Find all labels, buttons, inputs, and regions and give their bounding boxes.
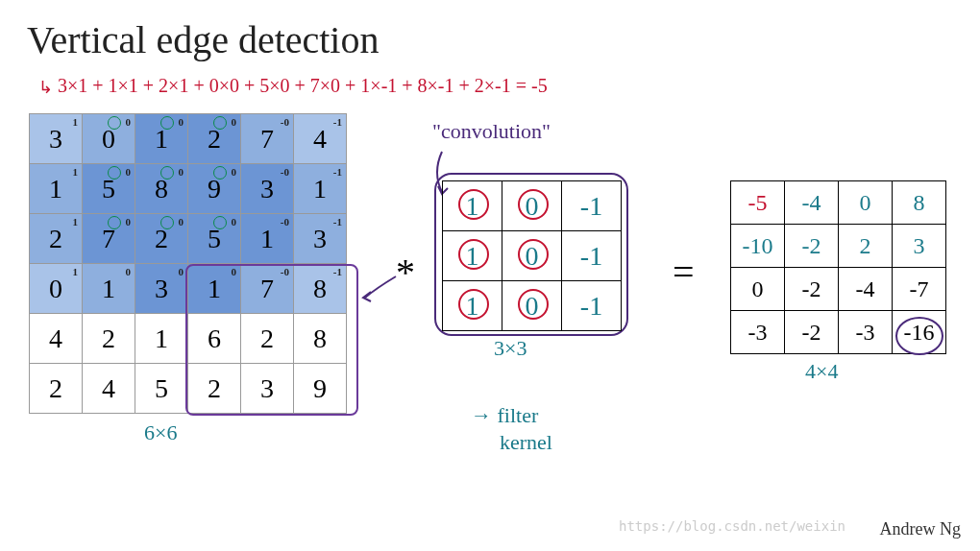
filter-matrix: 1 0 -1 1 0 -1 1 0 -1 bbox=[442, 180, 622, 331]
filter-size-label: 3×3 bbox=[494, 336, 527, 361]
convolution-operator: * bbox=[396, 250, 415, 295]
kernel-annotation: kernel bbox=[500, 430, 552, 455]
filter-annotation: → filter bbox=[471, 403, 538, 428]
output-size-label: 4×4 bbox=[805, 359, 838, 384]
convolution-annotation: "convolution" bbox=[432, 119, 551, 144]
output-matrix: -5 -4 0 8 -10 -2 2 3 0 -2 -4 -7 -3 -2 -3… bbox=[730, 180, 946, 354]
attribution-text: Andrew Ng bbox=[880, 519, 961, 539]
input-matrix: 13 00 01 02 -07 -14 11 05 08 09 -03 -11 … bbox=[29, 113, 347, 414]
input-size-label: 6×6 bbox=[144, 420, 177, 445]
equals-operator: = bbox=[673, 250, 695, 295]
equation-arrow: ↳ bbox=[38, 77, 53, 98]
worked-equation: 3×1 + 1×1 + 2×1 + 0×0 + 5×0 + 7×0 + 1×-1… bbox=[58, 75, 548, 97]
page-title: Vertical edge detection bbox=[27, 17, 379, 62]
watermark-text: https://blog.csdn.net/weixin bbox=[619, 518, 845, 534]
